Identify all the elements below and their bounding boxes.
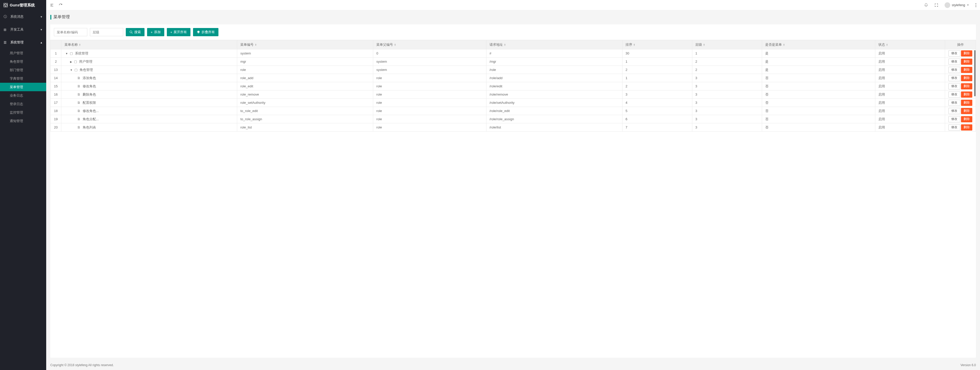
edit-button[interactable]: 修改 — [948, 75, 960, 81]
edit-button[interactable]: 修改 — [948, 91, 960, 97]
nav-group-label: 开发工具 — [10, 27, 40, 32]
nav-group[interactable]: ⓘ系统消息▼ — [0, 10, 46, 23]
tree-toggle-icon[interactable]: ▼ — [70, 69, 73, 72]
cell-parent: role — [373, 99, 487, 107]
edit-button[interactable]: 修改 — [948, 116, 960, 122]
nav-item[interactable]: 用户管理 — [0, 49, 46, 57]
footer: Copyright © 2018 stylefeng All rights re… — [46, 360, 980, 370]
cell-code: role_edit — [237, 82, 373, 91]
expand-all-button[interactable]: + 展开所有 — [167, 28, 191, 36]
cell-index: 14 — [51, 74, 61, 82]
version: Version 6.0 — [961, 363, 976, 367]
cell-action: 修改 删除 — [945, 123, 976, 132]
delete-button[interactable]: 删除 — [961, 91, 972, 97]
menu-name: 系统管理 — [75, 51, 88, 55]
col-is-menu[interactable]: 是否是菜单▲▼ — [762, 40, 875, 49]
sort-icon: ▲▼ — [886, 43, 888, 46]
more-icon[interactable] — [975, 3, 977, 7]
plus-icon: + — [151, 30, 153, 34]
menu-name: 角色分配... — [83, 117, 99, 121]
cell-parent: role — [373, 74, 487, 82]
edit-button[interactable]: 修改 — [948, 108, 960, 114]
cell-status: 启用 — [875, 82, 945, 91]
main-panel: 搜索 + 添加 + 展开所有 折叠所有 — [50, 24, 976, 358]
cell-index: 20 — [51, 123, 61, 132]
nav-item[interactable]: 通知管理 — [0, 116, 46, 125]
edit-button[interactable]: 修改 — [948, 67, 960, 73]
edit-button[interactable]: 修改 — [948, 59, 960, 65]
col-url[interactable]: 请求地址▲▼ — [487, 40, 622, 49]
table-row: 20 🗎 角色列表 role_list role /role/list 7 3 … — [51, 123, 976, 132]
delete-button[interactable]: 删除 — [961, 50, 972, 56]
user-menu[interactable]: stylefeng ▼ — [945, 2, 969, 8]
menu-name: 删除角色 — [83, 92, 96, 96]
cell-code: role_list — [237, 123, 373, 132]
collapse-all-button[interactable]: 折叠所有 — [193, 28, 218, 36]
file-icon: 🗎 — [77, 84, 81, 88]
edit-button[interactable]: 修改 — [948, 83, 960, 89]
cell-status: 启用 — [875, 57, 945, 66]
delete-button[interactable]: 删除 — [961, 116, 972, 122]
search-name-input[interactable] — [54, 28, 87, 36]
nav-group-icon: ⊞ — [3, 28, 8, 32]
edit-button[interactable]: 修改 — [948, 124, 960, 131]
cell-is-menu: 否 — [762, 99, 875, 107]
cell-is-menu: 是 — [762, 49, 875, 57]
svg-point-0 — [976, 3, 977, 4]
cell-url: # — [487, 49, 622, 57]
edit-button[interactable]: 修改 — [948, 50, 960, 56]
username: stylefeng — [952, 3, 965, 7]
delete-button[interactable]: 删除 — [961, 75, 972, 81]
nav-item[interactable]: 字典管理 — [0, 74, 46, 83]
collapse-sidebar-icon[interactable] — [50, 3, 54, 7]
col-sort[interactable]: 排序▲▼ — [622, 40, 692, 49]
col-code[interactable]: 菜单编号▲▼ — [237, 40, 373, 49]
cell-parent: role — [373, 91, 487, 99]
add-button[interactable]: + 添加 — [147, 28, 164, 36]
nav-item[interactable]: 角色管理 — [0, 57, 46, 66]
menu-name: 添加角色 — [83, 76, 96, 80]
nav-item[interactable]: 监控管理 — [0, 108, 46, 116]
col-name[interactable]: 菜单名称▲▼ — [61, 40, 237, 49]
delete-button[interactable]: 删除 — [961, 124, 972, 131]
delete-button[interactable]: 删除 — [961, 83, 972, 89]
col-parent[interactable]: 菜单父编号▲▼ — [373, 40, 487, 49]
table-row: 1 ▼ ▢ 系统管理 system 0 # 30 1 是 启用 修改 删除 — [51, 49, 976, 57]
cell-url: /role/edit — [487, 82, 622, 91]
tree-toggle-icon[interactable]: ▶ — [70, 61, 72, 63]
col-status[interactable]: 状态▲▼ — [875, 40, 945, 49]
file-icon: 🗎 — [77, 92, 81, 96]
cell-url: /role/add — [487, 74, 622, 82]
svg-point-2 — [976, 6, 977, 7]
bell-icon[interactable] — [924, 3, 928, 7]
menu-name: 配置权限 — [83, 101, 96, 105]
delete-button[interactable]: 删除 — [961, 100, 972, 106]
cell-is-menu: 否 — [762, 115, 875, 123]
svg-point-1 — [976, 5, 977, 5]
tree-toggle-icon[interactable]: ▼ — [65, 52, 68, 55]
nav-item[interactable]: 业务日志 — [0, 91, 46, 100]
col-level[interactable]: 层级▲▼ — [692, 40, 762, 49]
cell-index: 1 — [51, 49, 61, 57]
cell-sort: 6 — [622, 115, 692, 123]
avatar — [945, 2, 950, 8]
edit-button[interactable]: 修改 — [948, 100, 960, 106]
cell-sort: 30 — [622, 49, 692, 57]
delete-button[interactable]: 删除 — [961, 67, 972, 73]
cell-level: 3 — [692, 115, 762, 123]
delete-button[interactable]: 删除 — [961, 108, 972, 114]
scrollbar[interactable] — [974, 50, 976, 96]
sort-icon: ▲▼ — [783, 43, 785, 46]
cube-icon — [3, 3, 8, 7]
nav-item[interactable]: 菜单管理 — [0, 83, 46, 91]
search-level-input[interactable] — [90, 28, 123, 36]
nav-group[interactable]: ⊞开发工具▼ — [0, 23, 46, 36]
fullscreen-icon[interactable] — [934, 3, 939, 7]
menu-name: 角色管理 — [80, 68, 93, 72]
refresh-icon[interactable] — [59, 3, 63, 7]
nav-item[interactable]: 部门管理 — [0, 66, 46, 74]
delete-button[interactable]: 删除 — [961, 59, 972, 65]
search-button[interactable]: 搜索 — [126, 28, 145, 36]
nav-group[interactable]: ☰系统管理▲ — [0, 36, 46, 49]
nav-item[interactable]: 登录日志 — [0, 100, 46, 108]
